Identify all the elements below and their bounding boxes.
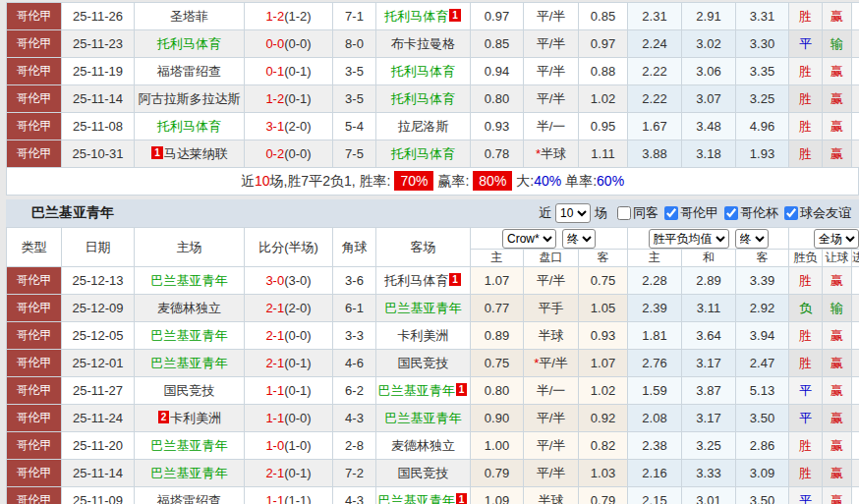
league-filter-checkbox[interactable]: 哥伦杯 [724,204,778,222]
away-team-cell: 巴兰基亚青年 [376,295,471,322]
euro-home-odds-cell: 2.39 [628,295,682,322]
final-odds-select-asian[interactable]: 终 [562,229,596,249]
halftime-score: (1-0) [284,438,311,453]
euro-draw-odds-cell: 3.33 [682,460,736,487]
score-cell: 3-1(2-0) [245,113,333,140]
handicap-name: 半/一 [537,383,566,398]
col-header-date: 日期 [62,228,135,267]
bookmaker-select[interactable]: Crow* [502,229,556,249]
league-cell: 哥伦甲 [7,3,62,30]
result-group-header: 全场 [789,228,859,250]
asian-home-odds-cell: 0.94 [471,58,524,85]
away-team-cell: 托利马体育1 [376,3,471,30]
result-cell: 胜 [789,140,823,168]
handicap-cell: 平/半 [524,405,579,432]
clipped-column-cell [852,432,859,460]
filter-checkbox-input[interactable] [724,206,738,220]
score-cell: 2-1(0-1) [245,460,333,487]
fulltime-score: 1-2 [265,91,284,106]
corner-cell: 3-5 [333,58,376,85]
home-team-name: 巴兰基亚青年 [151,356,228,370]
date-cell: 25-11-09 [62,487,135,504]
handicap-result-label: 赢 [830,273,843,288]
filter-checkbox-input[interactable] [784,206,798,220]
result-cell: 胜 [789,3,823,30]
euro-draw-odds-cell: 3.06 [682,58,736,85]
recent-count-select[interactable]: 10 [555,203,591,223]
home-team-cell: 圣塔菲 [135,3,245,30]
single-rate-value: 60% [597,173,624,189]
euro-home-odds-cell: 1.59 [628,377,682,405]
handicap-result-cell: 输 [823,295,852,322]
league-filter-checkbox[interactable]: 同客 [617,204,659,222]
big-rate-label: 大: [516,173,534,189]
handicap-result-label: 赢 [830,466,843,480]
clipped-column-cell [852,85,859,113]
euro-away-odds-cell: 1.93 [736,140,789,168]
rank-badge: 1 [456,383,468,396]
match-row: 哥伦甲 25-10-31 1马达莱纳联 0-2(0-0) 7-5 托利马体育 0… [7,140,859,168]
asian-home-odds-cell: 0.90 [471,405,524,432]
halftime-score: (0-1) [284,383,311,398]
league-cell: 哥伦甲 [7,377,62,405]
halftime-score: (0-0) [284,411,311,425]
halftime-score: (1-1) [284,493,311,504]
league-filter-checkbox[interactable]: 球会友谊 [784,204,851,222]
date-cell: 25-12-01 [62,350,135,377]
handicap-result-label: 输 [830,301,843,315]
match-filter-controls: 近 10 场 同客 哥伦甲 哥伦杯 球会友谊 [539,203,851,223]
home-team-name: 巴兰基亚青年 [151,273,228,288]
euro-home-odds-cell: 2.22 [628,85,682,113]
away-team-cell: 布卡拉曼格 [376,30,471,58]
asian-home-odds-cell: 0.77 [471,295,524,322]
league-cell: 哥伦甲 [7,113,62,140]
filter-label: 哥伦甲 [680,204,718,222]
handicap-result-cell: 赢 [823,350,852,377]
result-label: 平 [799,383,812,398]
asian-home-odds-cell: 1.07 [471,267,524,295]
rank-badge: 1 [449,9,461,22]
clipped-column-cell [852,487,859,504]
clipped-column-cell [852,405,859,432]
asian-home-odds-cell: 0.89 [471,322,524,350]
asian-away-odds-cell: 0.75 [579,267,628,295]
asian-away-odds-cell: 1.03 [579,460,628,487]
handicap-result-cell: 赢 [823,3,852,30]
home-team-cell: 国民竞技 [135,377,245,405]
wdl-average-select[interactable]: 胜平负均值 [649,229,729,249]
scope-select[interactable]: 全场 [814,229,859,249]
match-row: 哥伦甲 25-11-19 福塔雷绍查 0-1(0-1) 3-5 托利马体育 0.… [7,58,859,85]
score-cell: 1-1(0-1) [245,377,333,405]
win-rate-badge: 70% [394,171,433,191]
clipped-column-cell [852,58,859,85]
date-cell: 25-12-09 [62,295,135,322]
euro-draw-odds-cell: 3.11 [682,295,736,322]
away-team-cell: 卡利美洲 [376,322,471,350]
euro-away-odds-cell: 2.86 [736,432,789,460]
date-cell: 25-11-26 [62,3,135,30]
filter-checkbox-input[interactable] [617,206,631,220]
subheader-asian-away: 客 [579,250,628,267]
clipped-column-cell [852,30,859,58]
date-cell: 25-11-23 [62,30,135,58]
clipped-column-cell [852,322,859,350]
halftime-score: (2-0) [284,301,311,315]
home-team-cell: 2卡利美洲 [135,405,245,432]
recent-form-summary: 近10场,胜7平2负1, 胜率:70%赢率:80%大:40% 单率:60% [6,168,859,196]
euro-draw-odds-cell: 2.91 [682,3,736,30]
asian-away-odds-cell: 0.92 [579,405,628,432]
corner-cell: 4-3 [333,405,376,432]
handicap-result-cell: 赢 [823,140,852,168]
date-cell: 25-11-19 [62,58,135,85]
result-label: 胜 [799,466,812,480]
result-cell: 平 [789,487,823,504]
handicap-result-label: 赢 [830,356,843,370]
league-filter-checkbox[interactable]: 哥伦甲 [664,204,718,222]
result-cell: 负 [789,295,823,322]
date-cell: 25-12-13 [62,267,135,295]
final-odds-select-euro[interactable]: 终 [735,229,769,249]
away-team-cell: 托利马体育 [376,58,471,85]
away-team-name: 国民竞技 [398,356,449,370]
filter-checkbox-input[interactable] [664,206,678,220]
rank-badge: 2 [158,411,170,423]
